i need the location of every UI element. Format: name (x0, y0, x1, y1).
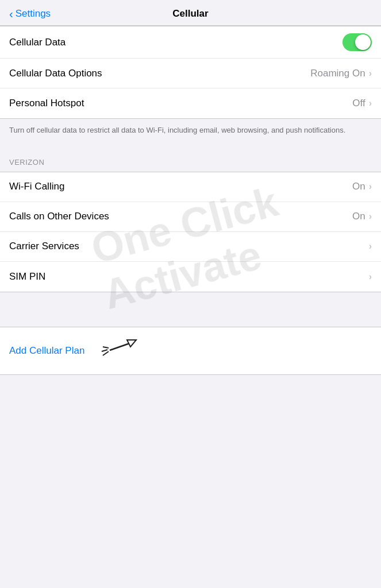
wifi-calling-right: On › (352, 181, 372, 192)
page-header: ‹ Settings Cellular (0, 0, 381, 26)
sim-pin-chevron: › (369, 272, 372, 282)
personal-hotspot-right: Off › (352, 98, 372, 109)
add-cellular-plan-label: Add Cellular Plan (9, 345, 84, 357)
description-text: Turn off cellular data to restrict all d… (9, 125, 372, 136)
personal-hotspot-row[interactable]: Personal Hotspot Off › (0, 88, 381, 118)
back-chevron-icon: ‹ (9, 8, 13, 20)
sim-pin-label: SIM PIN (9, 271, 369, 283)
cellular-data-options-chevron: › (369, 68, 372, 79)
wifi-calling-label: Wi-Fi Calling (9, 181, 352, 192)
calls-other-devices-row[interactable]: Calls on Other Devices On › (0, 202, 381, 232)
svg-line-1 (102, 350, 107, 351)
cellular-data-row[interactable]: Cellular Data (0, 26, 381, 59)
cellular-data-toggle[interactable] (342, 33, 372, 51)
personal-hotspot-chevron: › (369, 98, 372, 109)
carrier-services-right: › (369, 241, 372, 252)
bottom-section: Add Cellular Plan (0, 310, 381, 409)
svg-marker-4 (127, 340, 136, 347)
cellular-data-options-right: Roaming On › (310, 68, 372, 79)
toggle-knob (355, 34, 371, 50)
page-title: Cellular (172, 8, 208, 20)
svg-line-2 (103, 347, 109, 348)
wifi-calling-value: On (352, 181, 365, 192)
cellular-data-options-value: Roaming On (310, 68, 365, 79)
cellular-data-options-label: Cellular Data Options (9, 68, 310, 79)
carrier-services-chevron: › (369, 241, 372, 252)
description-section: Turn off cellular data to restrict all d… (0, 119, 381, 145)
main-settings-group: Cellular Data Cellular Data Options Roam… (0, 26, 381, 119)
back-button[interactable]: ‹ Settings (9, 8, 51, 20)
main-settings-list: Cellular Data Cellular Data Options Roam… (0, 26, 381, 119)
back-label: Settings (16, 8, 51, 20)
cellular-data-toggle-container (342, 33, 372, 51)
calls-other-devices-right: On › (352, 211, 372, 222)
svg-line-0 (103, 351, 109, 355)
personal-hotspot-label: Personal Hotspot (9, 98, 352, 109)
add-cellular-plan-row[interactable]: Add Cellular Plan (0, 327, 381, 375)
cellular-data-options-row[interactable]: Cellular Data Options Roaming On › (0, 59, 381, 88)
carrier-services-row[interactable]: Carrier Services › (0, 232, 381, 262)
sim-pin-right: › (369, 272, 372, 282)
calls-other-devices-value: On (352, 211, 365, 222)
cellular-data-label: Cellular Data (9, 37, 342, 48)
wifi-calling-chevron: › (369, 181, 372, 192)
verizon-settings-list: Wi-Fi Calling On › Calls on Other Device… (0, 172, 381, 292)
section-header-text: VERIZON (9, 158, 44, 167)
wifi-calling-row[interactable]: Wi-Fi Calling On › (0, 172, 381, 202)
carrier-services-label: Carrier Services (9, 241, 369, 252)
calls-other-devices-chevron: › (369, 211, 372, 222)
verizon-section-header: VERIZON (0, 145, 381, 172)
sim-pin-row[interactable]: SIM PIN › (0, 262, 381, 292)
arrow-annotation (97, 335, 149, 366)
personal-hotspot-value: Off (352, 98, 365, 109)
calls-other-devices-label: Calls on Other Devices (9, 211, 352, 222)
